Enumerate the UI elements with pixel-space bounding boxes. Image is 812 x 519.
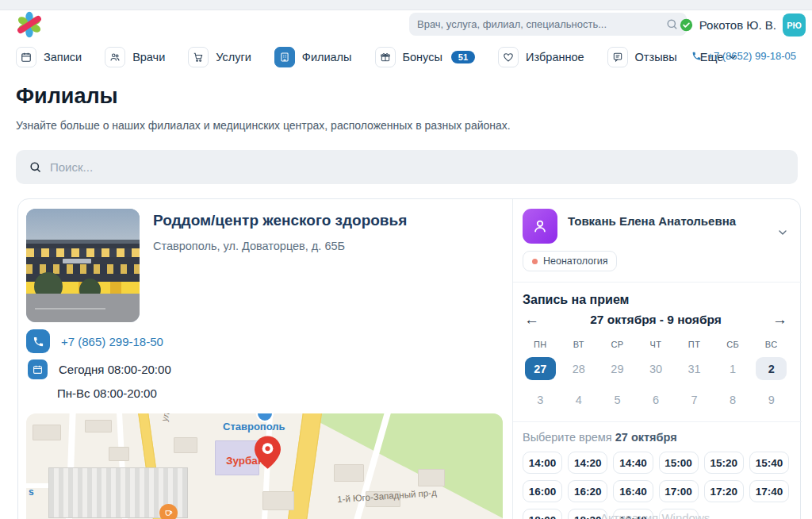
booking-section-title: Запись на прием: [523, 293, 802, 307]
doctor-name: Товкань Елена Анатольевна: [568, 214, 776, 228]
weekday-label: ПН: [521, 340, 560, 349]
date-disabled[interactable]: 9: [752, 388, 791, 411]
map-street-label: ул. 50 лет ВЛКС: [159, 413, 186, 422]
search-icon[interactable]: [665, 17, 679, 31]
weekday-label: СБ: [714, 340, 753, 349]
nav-item-otzyvy[interactable]: Отзывы: [607, 47, 677, 67]
nav-label: Филиалы: [302, 51, 352, 63]
time-slots: 14:00 14:20 14:40 15:00 15:20 15:40 16:0…: [523, 452, 789, 519]
page-subtitle: Узнайте больше о наших филиалах и медици…: [16, 119, 511, 132]
time-slot[interactable]: 14:40: [613, 452, 653, 474]
reviews-icon: [607, 47, 628, 67]
time-slot[interactable]: 16:20: [568, 480, 607, 502]
next-week-button[interactable]: →: [772, 312, 787, 327]
map-pin-icon[interactable]: [255, 436, 281, 469]
user-avatar[interactable]: РЮ: [783, 13, 806, 37]
booking-panel: Товкань Елена Анатольевна Неонатология З…: [512, 199, 802, 519]
nav-label: Бонусы: [403, 51, 442, 63]
clinic-phone-link[interactable]: +7 (8652) 99-18-05: [691, 50, 796, 62]
schedule-today: Сегодня 08:00-20:00: [59, 363, 171, 376]
nav-label: Отзывы: [635, 51, 677, 63]
branch-address: Ставрополь, ул. Доваторцев, д. 65Б: [153, 240, 345, 252]
branch-schedule-row: Сегодня 08:00-20:00: [28, 359, 171, 379]
map-city-label: Ставрополь: [223, 421, 285, 432]
weekday-label: ВТ: [560, 340, 599, 349]
weekday-label: ПТ: [675, 340, 714, 349]
date-disabled[interactable]: 6: [637, 388, 676, 411]
time-slot[interactable]: 17:40: [749, 480, 789, 502]
doctor-header[interactable]: Товкань Елена Анатольевна: [513, 199, 802, 244]
cart-icon: [188, 47, 209, 67]
map-corner-label: s: [29, 486, 34, 498]
prev-week-button[interactable]: ←: [524, 312, 539, 327]
date-disabled[interactable]: 7: [675, 388, 714, 411]
nav-item-izbrannoe[interactable]: Избранное: [498, 47, 584, 67]
schedule-week: Пн-Вс 08:00-20:00: [57, 386, 157, 400]
specialty-label: Неонатология: [543, 256, 607, 267]
nav-label: Услуги: [216, 51, 251, 63]
branch-phone-row: +7 (865) 299-18-50: [26, 329, 163, 353]
branch-map[interactable]: Ставрополь ул. 50 лет ВЛКС Зурбан 1-й Юг…: [26, 413, 503, 519]
calendar-date-range: 27 октября - 9 ноября: [539, 313, 772, 327]
date-disabled[interactable]: 31: [675, 357, 714, 380]
windows-activation-watermark: Активация Windows: [600, 511, 710, 519]
branch-card: Роддом/центр женского здоровья Ставропол…: [17, 198, 801, 519]
time-slot[interactable]: 15:40: [749, 452, 789, 474]
dates-week-1: 27 28 29 30 31 1 2: [521, 357, 791, 380]
user-account[interactable]: Рокотов Ю. В. РЮ: [680, 13, 806, 37]
weekday-label: ВС: [752, 340, 791, 349]
page-title: Филиалы: [16, 84, 118, 109]
nav-item-uslugi[interactable]: Услуги: [188, 47, 251, 67]
gift-icon: [375, 47, 396, 67]
time-slot[interactable]: 18:00: [523, 509, 562, 519]
branch-search-input[interactable]: [50, 160, 785, 174]
clinic-logo-icon[interactable]: [16, 11, 43, 38]
date-disabled[interactable]: 5: [598, 388, 637, 411]
user-name: Рокотов Ю. В.: [699, 18, 776, 32]
date-disabled[interactable]: 4: [560, 388, 599, 411]
branch-photo[interactable]: [26, 209, 140, 322]
doctor-avatar-icon: [523, 209, 557, 244]
date-disabled[interactable]: 3: [521, 388, 560, 411]
time-slot[interactable]: 16:40: [613, 480, 653, 502]
branch-search: [16, 150, 798, 184]
clinic-phone-number: +7 (8652) 99-18-05: [707, 50, 796, 62]
branch-name[interactable]: Роддом/центр женского здоровья: [153, 212, 407, 229]
time-prompt-text: Выберите время: [523, 431, 612, 444]
search-icon: [29, 160, 42, 174]
chevron-down-icon[interactable]: [776, 226, 789, 239]
date-disabled[interactable]: 8: [714, 388, 753, 411]
weekday-label: ЧТ: [637, 340, 676, 349]
heart-icon: [498, 47, 519, 67]
phone-icon: [26, 329, 50, 353]
doctors-icon: [105, 47, 125, 67]
date-disabled[interactable]: 28: [560, 357, 599, 380]
nav-item-bonusy[interactable]: Бонусы 51: [375, 47, 476, 67]
nav-item-filialy[interactable]: Филиалы: [274, 47, 352, 67]
cafe-poi-icon: [159, 504, 178, 519]
date-selected[interactable]: 27: [525, 357, 556, 380]
branches-page: Рокотов Ю. В. РЮ Записи Врачи: [0, 0, 812, 519]
time-slot[interactable]: 14:00: [523, 452, 562, 474]
time-slot[interactable]: 15:20: [704, 452, 744, 474]
time-slot[interactable]: 15:00: [659, 452, 699, 474]
branch-phone-link[interactable]: +7 (865) 299-18-50: [61, 335, 163, 348]
nav-label: Записи: [44, 51, 82, 63]
date-disabled[interactable]: 30: [637, 357, 676, 380]
divider: [513, 421, 802, 422]
nav-item-zapisi[interactable]: Записи: [16, 47, 82, 67]
calendar-icon: [28, 359, 48, 379]
specialty-tag: Неонатология: [523, 251, 617, 271]
global-search-input[interactable]: [417, 18, 665, 30]
nav-item-vrachi[interactable]: Врачи: [105, 47, 165, 67]
date-disabled[interactable]: 1: [714, 357, 753, 380]
main-nav: Записи Врачи Услуги: [16, 45, 738, 69]
time-slot[interactable]: 14:20: [568, 452, 607, 474]
time-slot[interactable]: 16:00: [523, 480, 562, 502]
date-disabled[interactable]: 29: [598, 357, 637, 380]
time-slot[interactable]: 17:00: [659, 480, 699, 502]
phone-icon: [691, 51, 702, 61]
verified-check-icon: [680, 18, 693, 32]
time-slot[interactable]: 17:20: [704, 480, 744, 502]
date-available[interactable]: 2: [756, 357, 787, 380]
